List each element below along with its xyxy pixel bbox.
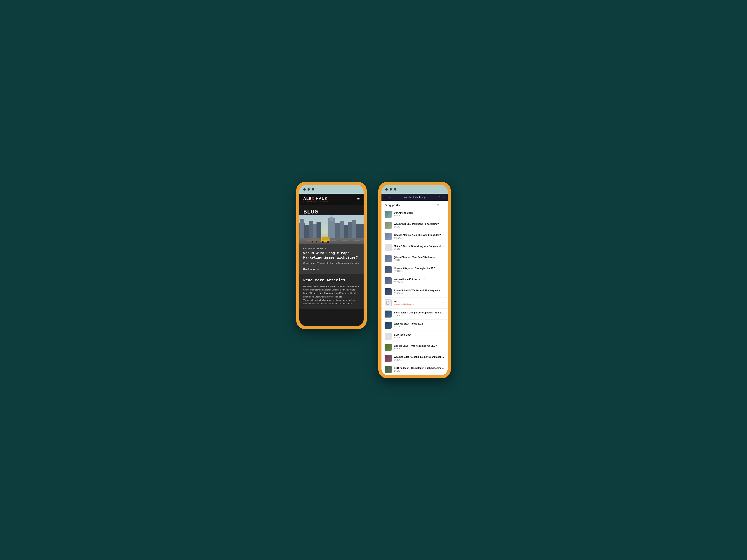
dot-2 — [308, 188, 310, 191]
post-title: Was bringt SEO Marketing in Karlsruhe? — [394, 223, 444, 225]
blog-post-item[interactable]: Unsere 9 Keyword Strategien im SEO 8/20/… — [382, 264, 447, 275]
blog-header: BLOG — [300, 205, 364, 215]
post-info: SEO Tools 2024 7/16/2024 — [394, 334, 444, 339]
post-date: 8/28/2024 — [394, 314, 444, 317]
cms-edit-icon[interactable]: ✏ — [389, 195, 391, 199]
cms-posts-edit-icon[interactable]: ✏ — [437, 204, 439, 207]
post-title: Rhetorik im US-Wahlkampf: Ein Vergleich … — [394, 289, 444, 292]
post-info: Meine 1 Sterne Bewertung von Google entf… — [394, 245, 444, 250]
rdot-2 — [390, 188, 392, 191]
post-title: SEO Podcast – Grundlagen Suchmaschinen­o… — [394, 367, 444, 369]
post-date: 8/20/2024 — [394, 270, 444, 272]
post-info: Was weiß die Ki über mich? 9/12/2024 — [394, 278, 444, 283]
blog-post-item[interactable]: Google Alex vs. Alex SEO was bringt das?… — [382, 231, 447, 242]
blog-post-item[interactable]: Was bedeutet Ästhetik in einer Suchmasch… — [382, 353, 447, 364]
featured-title: Warum wird Google Maps Marketing immer w… — [303, 251, 360, 260]
blog-post-item[interactable]: SEO Podcast – Grundlagen Suchmaschinen­o… — [382, 364, 447, 375]
svg-point-28 — [312, 241, 313, 242]
cms-section-title: Blog posts — [385, 204, 400, 207]
blog-post-list: Der Athene Effekt 6/28/2023 Was bringt S… — [382, 209, 447, 375]
cms-header-actions: ✏ ⋮ — [437, 204, 444, 207]
more-articles-section: Read More Articles Der Blog, der Aktuell… — [300, 274, 364, 309]
featured-desc: Google Maps 25 wichtigste Ranking-Faktor… — [303, 262, 360, 265]
svg-point-26 — [327, 241, 329, 243]
read-more-arrow: → — [317, 268, 320, 271]
post-title: Unsere 9 Keyword Strategien im SEO — [394, 267, 444, 270]
svg-point-25 — [322, 241, 324, 243]
post-info: Unsere 9 Keyword Strategien im SEO 8/20/… — [394, 267, 444, 272]
post-title: Google Alex vs. Alex SEO was bringt das? — [394, 234, 444, 236]
post-info: SEO Podcast – Grundlagen Suchmaschinen­o… — [394, 367, 444, 372]
post-title: Meine 1 Sterne Bewertung von Google entf… — [394, 245, 444, 247]
logo-container: ALEX HAUK PERFORMANCE SUPPORT — [303, 196, 328, 203]
post-date: 7/16/2024 — [394, 337, 444, 339]
post-title: Was bedeutet Ästhetik in einer Suchmasch… — [394, 356, 444, 358]
svg-rect-24 — [322, 237, 329, 240]
blog-post-item[interactable]: Google Leak – Was heißt das für SEO? 6/2… — [382, 342, 447, 353]
post-date: 9/26/2024 — [394, 292, 444, 294]
post-info: Wichtge SEO-Trends 2024 8/17/2024 — [394, 322, 444, 328]
post-info: Salsa Tanz & Google Core Updates – Ein p… — [394, 311, 444, 317]
post-info: Google Alex vs. Alex SEO was bringt das?… — [394, 234, 444, 239]
post-info: (M)ein Blick auf "Das Fest" Karlsruhe 8/… — [394, 256, 444, 261]
svg-rect-21 — [342, 240, 348, 241]
left-navbar: ALEX HAUK PERFORMANCE SUPPORT ≡ — [300, 194, 364, 205]
post-date: 6/3/2024 — [394, 226, 444, 228]
post-title: Wichtge SEO-Trends 2024 — [394, 322, 444, 325]
right-phone-screen: ☰ ✏ alex-hauk-marketing ⚇ ⌕ Blog posts ✏… — [382, 194, 447, 375]
read-more-label: Read more — [303, 268, 315, 271]
post-date: 8/3/2024 — [394, 259, 444, 261]
post-info: Google Leak – Was heißt das für SEO? 6/2… — [394, 345, 444, 350]
post-date: 1/4/2024 — [394, 370, 444, 372]
svg-rect-10 — [331, 215, 332, 216]
blog-post-item[interactable]: (M)ein Blick auf "Das Fest" Karlsruhe 8/… — [382, 253, 447, 264]
post-edit-icon[interactable]: ✏ — [442, 301, 444, 304]
cms-content: Blog posts ✏ ⋮ Der Athene Effekt 6/28/20… — [382, 201, 447, 375]
read-more-button[interactable]: Read more → — [303, 268, 320, 271]
cms-menu-icon[interactable]: ☰ — [384, 195, 387, 199]
featured-label: FEATURED ARTICLE — [303, 247, 360, 249]
cms-posts-more-icon[interactable]: ⋮ — [442, 204, 444, 207]
more-articles-title: Read More Articles — [303, 278, 360, 283]
rdot-3 — [394, 188, 396, 191]
left-phone-screen: ALEX HAUK PERFORMANCE SUPPORT ≡ BLOG — [300, 194, 364, 326]
post-info: Was bedeutet Ästhetik in einer Suchmasch… — [394, 356, 444, 361]
blog-post-item[interactable]: Wichtge SEO-Trends 2024 8/17/2024 — [382, 320, 447, 331]
post-date: 4/26/2024 — [394, 237, 444, 239]
post-date: 8/17/2024 — [394, 325, 444, 328]
post-date: 6/20/2024 — [394, 348, 444, 350]
blog-post-item[interactable]: Der Athene Effekt 6/28/2023 — [382, 209, 447, 220]
logo-x: X — [312, 196, 314, 201]
blog-post-item[interactable]: Test Missing publishing date ✏ — [382, 297, 447, 309]
blog-post-item[interactable]: Was bringt SEO Marketing in Karlsruhe? 6… — [382, 220, 447, 231]
right-phone-inner: ☰ ✏ alex-hauk-marketing ⚇ ⌕ Blog posts ✏… — [382, 185, 447, 375]
post-title: Google Leak – Was heißt das für SEO? — [394, 345, 444, 347]
post-title: Was weiß die Ki über mich? — [394, 278, 444, 281]
svg-point-29 — [316, 241, 317, 242]
blog-post-item[interactable]: Meine 1 Sterne Bewertung von Google entf… — [382, 242, 447, 253]
blog-post-item[interactable]: Salsa Tanz & Google Core Updates – Ein p… — [382, 309, 447, 320]
post-date: 9/12/2024 — [394, 281, 444, 283]
dot-1 — [303, 188, 306, 191]
svg-rect-20 — [331, 240, 336, 241]
right-phone: ☰ ✏ alex-hauk-marketing ⚇ ⌕ Blog posts ✏… — [378, 182, 451, 378]
blog-post-item[interactable]: Rhetorik im US-Wahlkampf: Ein Vergleich … — [382, 287, 447, 297]
post-title: (M)ein Blick auf "Das Fest" Karlsruhe — [394, 256, 444, 259]
featured-image — [300, 215, 364, 244]
cms-search-icon[interactable]: ⌕ — [443, 195, 445, 199]
scene: ALEX HAUK PERFORMANCE SUPPORT ≡ BLOG — [296, 182, 451, 378]
post-title: Der Athene Effekt — [394, 212, 444, 214]
hamburger-icon[interactable]: ≡ — [357, 197, 360, 202]
post-title: Salsa Tanz & Google Core Updates – Ein p… — [394, 311, 444, 314]
post-info: Der Athene Effekt 6/28/2023 — [394, 212, 444, 217]
svg-rect-22 — [354, 240, 360, 241]
blog-post-item[interactable]: SEO Tools 2024 7/16/2024 — [382, 331, 447, 342]
post-title: Test — [394, 300, 440, 303]
cms-person-icon[interactable]: ⚇ — [439, 195, 441, 199]
left-phone-inner: ALEX HAUK PERFORMANCE SUPPORT ≡ BLOG — [300, 185, 364, 326]
post-date: 6/28/2023 — [394, 215, 444, 217]
blog-post-item[interactable]: Was weiß die Ki über mich? 9/12/2024 — [382, 275, 447, 287]
post-info: Rhetorik im US-Wahlkampf: Ein Vergleich … — [394, 289, 444, 294]
right-phone-topbar — [382, 185, 447, 194]
logo-text: ALEX HAUK — [303, 196, 328, 201]
